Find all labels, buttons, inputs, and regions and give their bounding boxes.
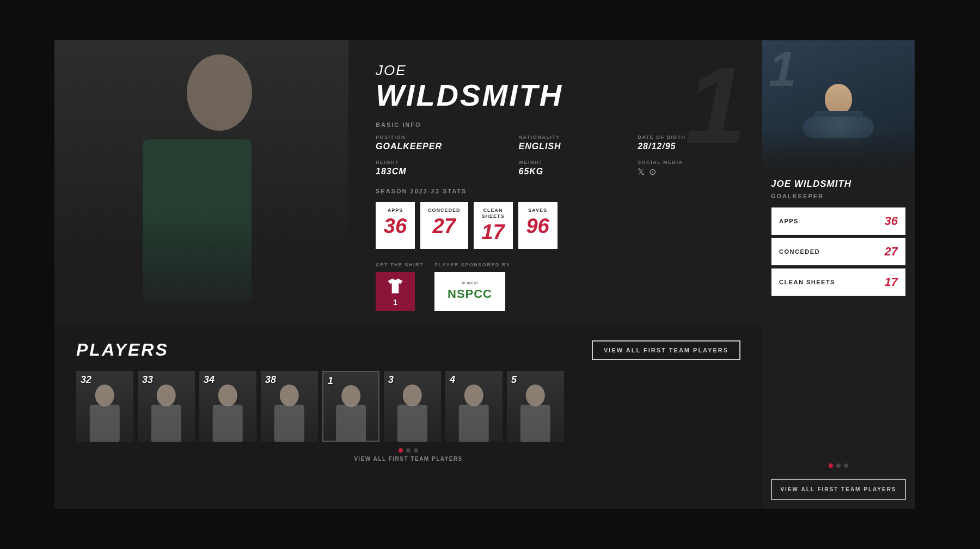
player-info-area: 1 JOE WILDSMITH BASIC INFO POSITION GOAL… (348, 40, 762, 324)
sidebar-dot[interactable] (829, 463, 833, 468)
conceded-label: CONCEDED (428, 208, 461, 213)
card-figure-head (341, 385, 360, 407)
card-figure-head (464, 385, 483, 406)
clean-sheets-label: CLEANSHEETS (481, 208, 505, 219)
player-card-3[interactable]: 3 (384, 371, 441, 442)
player-card-38[interactable]: 38 (261, 371, 318, 442)
instagram-icon[interactable]: ⊙ (649, 167, 656, 177)
player-card-number: 32 (81, 374, 91, 386)
card-figure-head (280, 385, 299, 406)
player-card-number: 1 (328, 375, 333, 387)
sidebar-stat-value: 17 (885, 275, 898, 289)
player-card-number: 34 (204, 374, 215, 386)
player-card-photo (454, 378, 494, 442)
sidebar-stat-label: CLEAN SHEETS (779, 279, 835, 285)
nationality-value: ENGLISH (519, 142, 616, 151)
shirt-box[interactable]: 1 (376, 272, 415, 311)
main-content: 1 JOE WILDSMITH BASIC INFO POSITION GOAL… (54, 40, 762, 509)
player-card-number: 3 (388, 374, 394, 386)
bottom-section: PLAYERS VIEW ALL FIRST TEAM PLAYERS 3233… (54, 324, 762, 509)
card-figure-body (274, 405, 304, 442)
saves-value: 96 (526, 216, 550, 236)
sidebar-stats: APPS36CONCEDED27CLEAN SHEETS17 (762, 207, 915, 458)
background-number: 1 (685, 51, 746, 160)
view-all-button[interactable]: VIEW ALL FIRST TEAM PLAYERS (592, 340, 740, 360)
player-card-photo (393, 378, 433, 442)
card-figure-body (90, 405, 120, 442)
sponsor-name: NSPCC (448, 287, 492, 301)
main-layout: 1 JOE WILDSMITH BASIC INFO POSITION GOAL… (54, 40, 926, 509)
card-figure-body (397, 405, 427, 442)
shirt-label: GET THE SHIRT (376, 262, 424, 267)
sidebar-stat-label: CONCEDED (779, 248, 820, 255)
sidebar-panel: 1 JOE WILDSMITH GOALKEEPER APPS36CONCEDE… (762, 40, 915, 509)
social-icons: 𝕏 ⊙ (638, 167, 740, 177)
position-value: GOALKEEPER (376, 142, 497, 151)
carousel-dot[interactable] (406, 448, 411, 453)
card-figure-head (157, 385, 176, 406)
sponsor-box[interactable]: In aid of NSPCC (434, 272, 505, 311)
shirt-action-group: GET THE SHIRT 1 (376, 262, 424, 311)
card-figure-head (218, 385, 237, 406)
player-card-5[interactable]: 5 (507, 371, 564, 442)
players-carousel[interactable]: 323334381345 (76, 371, 740, 442)
stat-clean-sheets: CLEANSHEETS 17 (474, 202, 513, 249)
player-card-number: 33 (142, 374, 153, 386)
card-figure-body (520, 405, 550, 442)
shirt-icon (385, 276, 405, 296)
clean-sheets-value: 17 (481, 222, 505, 242)
twitter-icon[interactable]: 𝕏 (638, 167, 645, 177)
apps-value: 36 (383, 216, 407, 236)
player-card-photo (270, 378, 310, 442)
sidebar-stat-value: 36 (885, 214, 898, 228)
sidebar-view-all-button[interactable]: VIEW ALL FIRST TEAM PLAYERS (771, 479, 906, 500)
sidebar-player-name: JOE WILDSMITH (762, 171, 915, 193)
player-card-number: 38 (265, 374, 276, 386)
sponsor-label: PLAYER SPONSORED BY (434, 262, 510, 267)
player-card-number: 4 (450, 374, 455, 386)
sidebar-player-position: GOALKEEPER (762, 193, 915, 207)
apps-label: APPS (383, 208, 407, 213)
bottom-actions: GET THE SHIRT 1 PL (376, 262, 740, 311)
card-figure-head (526, 385, 545, 406)
player-photo-bg (54, 40, 348, 324)
nationality-label: NATIONALITY (519, 135, 616, 140)
player-card-1[interactable]: 1 (322, 371, 379, 442)
weight-item: WEIGHT 65KG (519, 160, 616, 177)
conceded-value: 27 (428, 216, 461, 236)
player-card-4[interactable]: 4 (445, 371, 503, 442)
player-card-33[interactable]: 33 (138, 371, 195, 442)
shirt-number: 1 (385, 298, 405, 307)
stat-apps: APPS 36 (376, 202, 415, 249)
player-photo-area (54, 40, 348, 324)
view-all-small-link[interactable]: VIew ALL First TEAM PLAYERS (76, 453, 740, 462)
weight-value: 65KG (519, 167, 616, 176)
sidebar-dot[interactable] (836, 463, 841, 468)
height-item: HEIGHT 183CM (376, 160, 497, 177)
stat-conceded: CONCEDED 27 (420, 202, 468, 249)
sidebar-stat-row: CLEAN SHEETS17 (771, 268, 906, 296)
player-card-photo (85, 378, 125, 442)
card-figure-body (213, 405, 243, 442)
carousel-dot[interactable] (414, 448, 418, 453)
player-head-shape (187, 54, 252, 131)
card-figure-head (403, 385, 422, 406)
players-title: PLAYERS (76, 340, 169, 360)
player-card-photo (332, 379, 370, 441)
player-card-34[interactable]: 34 (199, 371, 256, 442)
sidebar-dot[interactable] (844, 463, 848, 468)
weight-label: WEIGHT (519, 160, 616, 165)
sidebar-carousel-dots (762, 458, 915, 473)
sidebar-number-bg: 1 (769, 45, 796, 94)
card-figure-body (459, 405, 489, 442)
player-card-32[interactable]: 32 (76, 371, 133, 442)
sidebar-figure-head (825, 84, 852, 114)
shirt-inner: 1 (385, 276, 405, 307)
height-label: HEIGHT (376, 160, 497, 165)
carousel-dots (76, 448, 740, 453)
sidebar-stat-value: 27 (885, 245, 898, 259)
carousel-dot[interactable] (399, 448, 403, 453)
player-card-photo (208, 378, 248, 442)
sidebar-stat-label: APPS (779, 218, 799, 224)
player-card-number: 5 (511, 374, 517, 386)
